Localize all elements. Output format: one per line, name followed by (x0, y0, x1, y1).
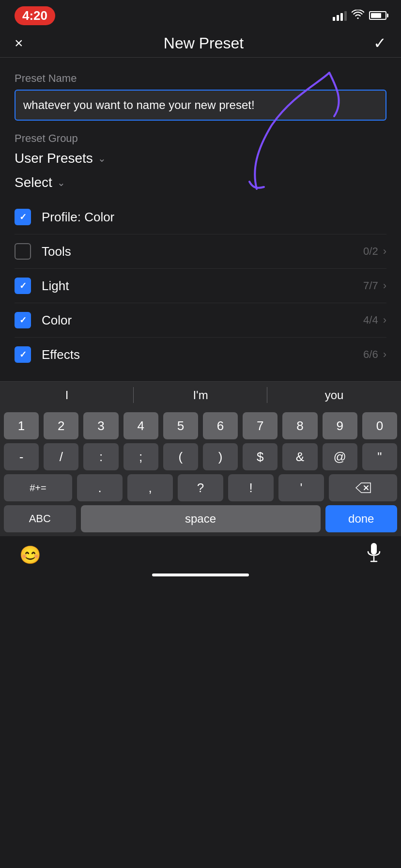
key-6[interactable]: 6 (203, 412, 238, 439)
checkbox-list: ✓ Profile: Color Tools 0/2 › ✓ Light 7/7… (15, 200, 386, 372)
autocomplete-item-you[interactable]: you (267, 382, 401, 408)
keyboard-row-4: ABC space done (0, 501, 401, 536)
key-open-paren[interactable]: ( (163, 443, 198, 470)
svg-rect-2 (371, 543, 377, 555)
key-7[interactable]: 7 (243, 412, 278, 439)
page-title: New Preset (164, 34, 244, 52)
key-period[interactable]: . (77, 474, 123, 501)
checkbox-effects[interactable]: ✓ (15, 346, 31, 363)
key-at[interactable]: @ (323, 443, 357, 470)
checkbox-profile-color[interactable]: ✓ (15, 209, 31, 225)
key-comma[interactable]: , (127, 474, 173, 501)
backspace-key[interactable] (329, 474, 397, 501)
key-colon[interactable]: : (83, 443, 118, 470)
item-count-effects: 6/6 (363, 348, 378, 361)
signal-bars-icon (333, 10, 347, 21)
item-label-tools: Tools (42, 244, 363, 259)
tools-chevron-icon: › (383, 245, 386, 258)
key-dollar[interactable]: $ (243, 443, 278, 470)
header: × New Preset ✓ (0, 29, 401, 58)
key-hashtag[interactable]: #+= (4, 474, 72, 501)
battery-icon (369, 11, 386, 20)
key-semicolon[interactable]: ; (123, 443, 158, 470)
item-label-effects: Effects (42, 347, 363, 362)
close-button[interactable]: × (15, 35, 34, 51)
item-label-light: Light (42, 279, 363, 294)
key-1[interactable]: 1 (4, 412, 39, 439)
key-exclaim[interactable]: ! (228, 474, 274, 501)
list-item[interactable]: ✓ Profile: Color (15, 200, 386, 234)
key-5[interactable]: 5 (163, 412, 198, 439)
select-dropdown[interactable]: Select ⌄ (15, 175, 386, 190)
key-slash[interactable]: / (44, 443, 78, 470)
select-label: Select (15, 175, 52, 190)
home-indicator (152, 574, 249, 576)
key-quote[interactable]: " (362, 443, 397, 470)
content-area: Preset Name Preset Group User Presets ⌄ … (0, 58, 401, 372)
key-9[interactable]: 9 (323, 412, 357, 439)
list-item[interactable]: ✓ Light 7/7 › (15, 269, 386, 303)
key-3[interactable]: 3 (83, 412, 118, 439)
status-icons (333, 10, 386, 22)
preset-group-value: User Presets (15, 151, 93, 166)
keyboard-row-3: #+= . , ? ! ' (0, 470, 401, 501)
preset-group-dropdown[interactable]: User Presets ⌄ (15, 151, 386, 166)
key-apostrophe[interactable]: ' (278, 474, 324, 501)
select-chevron-icon: ⌄ (57, 177, 65, 188)
preset-name-input[interactable] (15, 90, 386, 121)
bottom-bar: 😊 (0, 536, 401, 574)
color-chevron-icon: › (383, 314, 386, 326)
keyboard-row-1: 1 2 3 4 5 6 7 8 9 0 (0, 408, 401, 439)
preset-group-chevron-icon: ⌄ (98, 153, 106, 164)
checkbox-tools[interactable] (15, 243, 31, 260)
key-question[interactable]: ? (178, 474, 223, 501)
key-4[interactable]: 4 (123, 412, 158, 439)
checkbox-color[interactable]: ✓ (15, 312, 31, 328)
key-0[interactable]: 0 (362, 412, 397, 439)
status-bar: 4:20 (0, 0, 401, 29)
key-dash[interactable]: - (4, 443, 39, 470)
light-chevron-icon: › (383, 279, 386, 292)
key-ampersand[interactable]: & (282, 443, 317, 470)
keyboard: 1 2 3 4 5 6 7 8 9 0 - / : ; ( ) $ & @ " … (0, 408, 401, 536)
done-key[interactable]: done (325, 505, 398, 532)
item-label-color: Color (42, 313, 363, 328)
emoji-icon[interactable]: 😊 (19, 545, 41, 565)
autocomplete-bar: I I'm you (0, 381, 401, 408)
list-item[interactable]: ✓ Color 4/4 › (15, 303, 386, 338)
checkbox-light[interactable]: ✓ (15, 278, 31, 294)
preset-group-label: Preset Group (15, 132, 386, 145)
effects-chevron-icon: › (383, 348, 386, 361)
list-item[interactable]: ✓ Effects 6/6 › (15, 338, 386, 372)
item-count-light: 7/7 (363, 279, 378, 292)
key-8[interactable]: 8 (282, 412, 317, 439)
item-count-color: 4/4 (363, 314, 378, 326)
confirm-button[interactable]: ✓ (373, 34, 386, 52)
autocomplete-item-im[interactable]: I'm (134, 382, 267, 408)
keyboard-row-2: - / : ; ( ) $ & @ " (0, 439, 401, 470)
key-close-paren[interactable]: ) (203, 443, 238, 470)
space-key[interactable]: space (81, 505, 321, 532)
list-item[interactable]: Tools 0/2 › (15, 234, 386, 269)
preset-name-label: Preset Name (15, 72, 386, 85)
microphone-icon[interactable] (366, 543, 382, 567)
key-2[interactable]: 2 (44, 412, 78, 439)
item-label-profile-color: Profile: Color (42, 210, 386, 225)
autocomplete-item-i[interactable]: I (0, 382, 134, 408)
abc-key[interactable]: ABC (4, 505, 76, 532)
item-count-tools: 0/2 (363, 245, 378, 258)
wifi-icon (352, 10, 364, 22)
status-time: 4:20 (15, 6, 55, 25)
